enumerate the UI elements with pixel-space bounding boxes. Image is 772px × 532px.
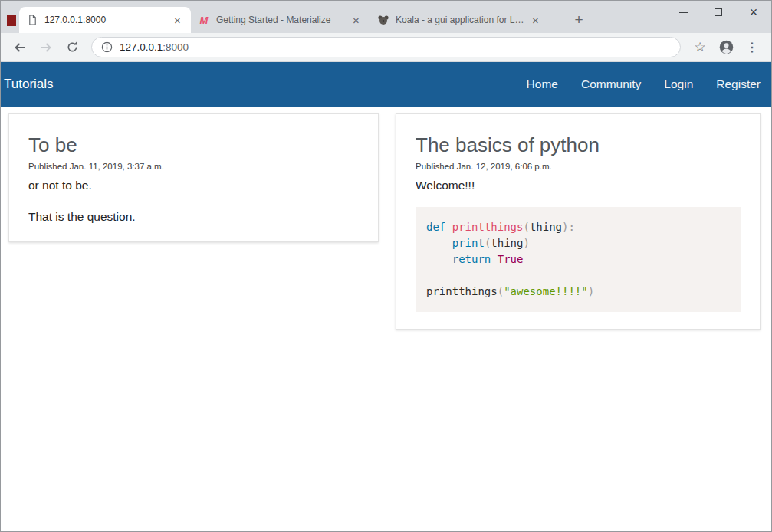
bookmark-star-icon[interactable]: ☆: [689, 37, 711, 58]
maximize-button[interactable]: [701, 1, 736, 24]
address-bar[interactable]: 127.0.0.1:8000: [91, 37, 681, 57]
browser-toolbar: 127.0.0.1:8000 ☆ ⋮: [1, 33, 771, 62]
tab-close-icon[interactable]: ×: [171, 14, 184, 27]
post-title-link[interactable]: The basics of python: [416, 133, 741, 157]
post-paragraph: That is the question.: [28, 209, 359, 225]
tab-close-icon[interactable]: ×: [350, 14, 363, 27]
tab-koala[interactable]: Koala - a gui application for LESS ×: [370, 7, 549, 33]
code-block: def printthings(thing): print(thing) ret…: [416, 207, 741, 312]
close-button[interactable]: ×: [736, 1, 771, 24]
tab-title: Koala - a gui application for LESS: [396, 15, 524, 25]
window-icon: [7, 15, 16, 26]
tab-strip: 127.0.0.1:8000 × M Getting Started - Mat…: [1, 1, 771, 33]
koala-icon: [377, 14, 389, 26]
post-published-date: Published Jan. 12, 2019, 6:06 p.m.: [416, 162, 741, 171]
browser-window: 127.0.0.1:8000 × M Getting Started - Mat…: [0, 0, 772, 532]
nav-link-community[interactable]: Community: [581, 77, 641, 91]
back-button[interactable]: [9, 37, 31, 58]
materialize-icon: M: [198, 14, 210, 26]
page-icon: [26, 14, 38, 26]
url-text: 127.0.0.1:8000: [120, 41, 189, 53]
post-paragraph: or not to be.: [28, 177, 359, 193]
post-title-link[interactable]: To be: [28, 133, 359, 157]
tab-local-server[interactable]: 127.0.0.1:8000 ×: [19, 7, 191, 33]
maximize-icon: [715, 8, 722, 16]
tab-materialize[interactable]: M Getting Started - Materialize ×: [191, 7, 370, 33]
forward-button[interactable]: [35, 37, 57, 58]
new-tab-button[interactable]: +: [569, 10, 589, 30]
web-page: Tutorials Home Community Login Register …: [1, 62, 771, 532]
nav-link-home[interactable]: Home: [527, 77, 558, 91]
site-navbar: Tutorials Home Community Login Register: [1, 62, 771, 107]
post-card: To be Published Jan. 11, 2019, 3:37 a.m.…: [8, 113, 379, 242]
profile-avatar[interactable]: [715, 37, 737, 58]
tab-close-icon[interactable]: ×: [529, 14, 542, 27]
reload-button[interactable]: [61, 37, 83, 58]
posts-list: To be Published Jan. 11, 2019, 3:37 a.m.…: [1, 107, 771, 330]
post-published-date: Published Jan. 11, 2019, 3:37 a.m.: [28, 162, 359, 171]
info-icon[interactable]: [101, 41, 113, 53]
navbar-brand[interactable]: Tutorials: [4, 77, 54, 92]
window-controls: ×: [665, 1, 771, 24]
url-port: :8000: [163, 41, 189, 53]
tabs: 127.0.0.1:8000 × M Getting Started - Mat…: [19, 7, 549, 33]
tab-title: 127.0.0.1:8000: [44, 15, 166, 25]
post-card: The basics of python Published Jan. 12, …: [396, 113, 761, 330]
url-host: 127.0.0.1: [120, 41, 163, 53]
nav-link-register[interactable]: Register: [716, 77, 761, 91]
nav-link-login[interactable]: Login: [664, 77, 693, 91]
post-paragraph: Welcome!!!: [416, 177, 741, 193]
minimize-button[interactable]: [665, 1, 701, 24]
navbar-links: Home Community Login Register: [527, 77, 761, 91]
close-icon: ×: [750, 5, 758, 19]
minimize-icon: [679, 12, 688, 13]
browser-menu-icon[interactable]: ⋮: [741, 37, 763, 58]
tab-title: Getting Started - Materialize: [216, 15, 345, 25]
